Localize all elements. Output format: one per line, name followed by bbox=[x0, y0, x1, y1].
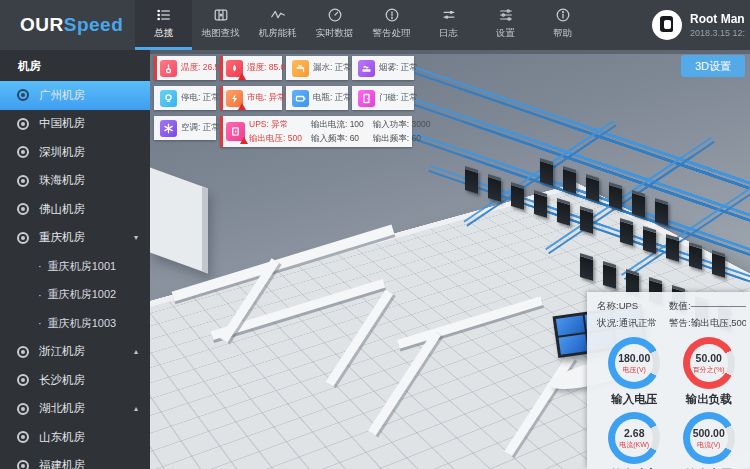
badge-power-outage[interactable]: 停电: 正常 bbox=[154, 86, 216, 110]
sidebar-item-fujian[interactable]: 福建机房 bbox=[0, 452, 150, 469]
3d-wall-block bbox=[150, 167, 208, 273]
badge-mains-power[interactable]: 市电: 异常 bbox=[220, 86, 282, 110]
camera-icon bbox=[17, 118, 29, 130]
sidebar-item-changsha[interactable]: 长沙机房 bbox=[0, 366, 150, 395]
sidebar-item-label: 湖北机房 bbox=[39, 401, 85, 416]
main-content: 温度: 26.5 湿度: 85.0 漏水: 正常 烟雾: 正常 bbox=[150, 50, 750, 469]
gauge-value: 500.00 bbox=[693, 427, 725, 439]
tab-label: 警告处理 bbox=[373, 27, 411, 40]
server-rack bbox=[511, 182, 524, 210]
tab-room-energy[interactable]: 机房能耗 bbox=[249, 0, 306, 50]
sidebar-item-zhuhai[interactable]: 珠海机房 bbox=[0, 167, 150, 196]
energy-activity-icon bbox=[270, 7, 286, 23]
sidebar-item-chongqing[interactable]: 重庆机房 ▾ bbox=[0, 224, 150, 253]
server-rack bbox=[563, 166, 576, 194]
sidebar-item-chongqing-1002[interactable]: · 重庆机房1002 bbox=[0, 281, 150, 310]
badge-water-leak[interactable]: 漏水: 正常 bbox=[286, 56, 348, 80]
badge-text: 停电: 正常 bbox=[181, 92, 220, 104]
server-rack bbox=[643, 226, 656, 254]
logo-part1: OUR bbox=[20, 14, 64, 36]
sidebar-item-zhejiang[interactable]: 浙江机房 ▴ bbox=[0, 338, 150, 367]
log-list-icon bbox=[441, 7, 457, 23]
snowflake-icon bbox=[160, 120, 177, 137]
sidebar-item-label: 珠海机房 bbox=[39, 173, 85, 188]
sidebar-item-label: 广州机房 bbox=[39, 88, 85, 103]
tab-label: 设置 bbox=[496, 27, 515, 40]
tab-label: 总揽 bbox=[154, 27, 173, 40]
badge-temperature[interactable]: 温度: 26.5 bbox=[154, 56, 216, 80]
ups-status: UPS: 异常 bbox=[249, 119, 302, 131]
server-rack bbox=[689, 242, 702, 270]
badge-text: 空调: 正常 bbox=[181, 122, 220, 134]
sidebar-item-shenzhen[interactable]: 深圳机房 bbox=[0, 138, 150, 167]
badge-humidity[interactable]: 湿度: 85.0 bbox=[220, 56, 282, 80]
map-search-icon bbox=[213, 7, 229, 23]
warning-icon bbox=[240, 137, 248, 144]
ups-input-power: 输入功率: 3000 bbox=[373, 119, 431, 131]
badge-text: 温度: 26.5 bbox=[181, 62, 219, 74]
chevron-up-icon[interactable]: ▴ bbox=[134, 404, 138, 413]
server-rack bbox=[609, 182, 622, 210]
badge-air-conditioning[interactable]: 空调: 正常 bbox=[154, 116, 216, 140]
sidebar-item-foshan[interactable]: 佛山机房 bbox=[0, 195, 150, 224]
server-rack bbox=[488, 174, 501, 202]
tab-realtime-data[interactable]: 实时数据 bbox=[306, 0, 363, 50]
sidebar-item-hubei[interactable]: 湖北机房 ▴ bbox=[0, 395, 150, 424]
gauge-label: 输入电压 bbox=[611, 392, 657, 407]
gauge-ring: 2.68 电流(KW) bbox=[608, 412, 660, 464]
sidebar-item-label: 山东机房 bbox=[39, 430, 85, 445]
gauge-output-load: 50.00 百分之(%) 输出负载 bbox=[672, 337, 747, 407]
sidebar-item-label: 深圳机房 bbox=[39, 145, 85, 160]
tab-label: 地图查找 bbox=[202, 27, 240, 40]
server-rack bbox=[620, 218, 633, 246]
sidebar-item-guangzhou[interactable]: 广州机房 bbox=[0, 81, 150, 110]
gauge-output-voltage: 500.00 电流(V) 输出电压 bbox=[672, 412, 747, 469]
sidebar-item-china[interactable]: 中国机房 bbox=[0, 110, 150, 139]
badge-text: 烟雾: 正常 bbox=[379, 62, 418, 74]
panel-device-status: 状况:通讯正常 bbox=[597, 317, 669, 330]
settings-sliders-icon bbox=[498, 7, 514, 23]
badge-door-magnet[interactable]: 门磁: 正常 bbox=[352, 86, 414, 110]
server-rack bbox=[666, 234, 679, 262]
chevron-up-icon[interactable]: ▴ bbox=[134, 347, 138, 356]
sidebar-item-chongqing-1001[interactable]: · 重庆机房1001 bbox=[0, 252, 150, 281]
gauge-input-voltage: 180.00 电压(V) 输入电压 bbox=[597, 337, 672, 407]
badge-text: 门磁: 正常 bbox=[379, 92, 418, 104]
gauge-value: 180.00 bbox=[618, 352, 650, 364]
gauge-unit: 百分之(%) bbox=[693, 365, 725, 375]
user-account[interactable]: Root Man 2018.3.15 12: bbox=[652, 0, 750, 50]
badge-ups[interactable]: UPS: 异常 输出电压: 500 输出电流: 100 输入频率: 60 输入功… bbox=[220, 116, 412, 147]
tab-help[interactable]: 帮助 bbox=[534, 0, 591, 50]
tab-alert-handling[interactable]: 警告处理 bbox=[363, 0, 420, 50]
sidebar-item-shandong[interactable]: 山东机房 bbox=[0, 423, 150, 452]
badge-battery[interactable]: 电瓶: 正常 bbox=[286, 86, 348, 110]
3d-settings-button[interactable]: 3D设置 bbox=[681, 55, 745, 77]
chevron-down-icon[interactable]: ▾ bbox=[134, 233, 138, 242]
overview-list-icon bbox=[156, 7, 172, 23]
tab-label: 日志 bbox=[439, 27, 458, 40]
ups-output-current: 输出电流: 100 bbox=[311, 119, 364, 131]
camera-icon bbox=[17, 346, 29, 358]
tab-settings[interactable]: 设置 bbox=[477, 0, 534, 50]
badge-text: 电瓶: 正常 bbox=[313, 92, 352, 104]
tab-overview[interactable]: 总揽 bbox=[135, 0, 192, 50]
sidebar-item-chongqing-1003[interactable]: · 重庆机房1003 bbox=[0, 309, 150, 338]
sidebar-item-label: 福建机房 bbox=[39, 458, 85, 469]
sidebar-title: 机房 bbox=[0, 50, 150, 81]
ups-output-frequency: 输出频率: 60 bbox=[373, 133, 431, 145]
monitor-screen bbox=[559, 334, 588, 355]
server-rack bbox=[586, 174, 599, 202]
sub-item-bullet: · bbox=[38, 260, 42, 272]
sidebar-item-label: 中国机房 bbox=[39, 116, 85, 131]
camera-icon bbox=[17, 460, 29, 469]
camera-icon bbox=[17, 431, 29, 443]
tab-map-search[interactable]: 地图查找 bbox=[192, 0, 249, 50]
humidity-drop-icon bbox=[226, 60, 243, 77]
badge-text: 市电: 异常 bbox=[247, 92, 286, 104]
tab-logs[interactable]: 日志 bbox=[420, 0, 477, 50]
top-header: OURSpeed 总揽 地图查找 机房能耗 实时数据 警告处理 日志 设置 bbox=[0, 0, 750, 50]
smoke-icon bbox=[358, 60, 375, 77]
camera-icon bbox=[17, 175, 29, 187]
badge-smoke[interactable]: 烟雾: 正常 bbox=[352, 56, 414, 80]
sidebar-item-label: 浙江机房 bbox=[39, 344, 85, 359]
